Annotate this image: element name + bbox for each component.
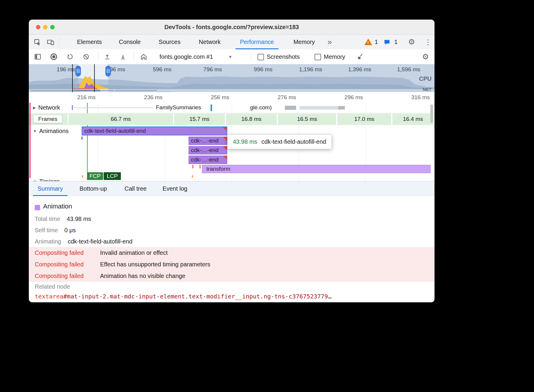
net-track-label: NET [423,87,432,92]
disclosure-expanded-icon: ▼ [33,129,37,133]
overview-time-label: 1,196 ms [299,66,322,73]
clear-recording-icon[interactable] [83,53,90,60]
memory-checkbox[interactable] [315,54,321,60]
memory-checkbox-label[interactable]: Memory [324,49,345,64]
frames-track-header: Frames [34,115,62,123]
track-selection-indicator [29,103,31,178]
timing-tick [82,175,83,178]
fcp-marker-badge[interactable]: FCP [87,172,103,180]
selection-handle-left[interactable] [75,66,81,76]
ruler-label: 216 ms [60,94,96,101]
desktop-background: { "window": { "title": "DevTools - fonts… [0,0,534,392]
overview-marker-line [94,64,95,92]
tab-performance[interactable]: Performance [233,35,281,49]
issues-chat-icon[interactable] [383,39,391,46]
overview-time-label: 996 ms [254,66,272,73]
device-toolbar-icon[interactable] [47,38,54,46]
tab-bottom-up[interactable]: Bottom-up [76,181,111,196]
load-profile-icon[interactable] [104,53,111,60]
garbage-collect-broom-icon[interactable] [357,53,364,61]
related-node-selector[interactable]: textarea#mat-input-2.mat-mdc-input-eleme… [35,293,331,300]
total-time-value: 43.98 ms [67,215,91,223]
transform-animation-bar[interactable]: transform [202,165,431,173]
lcp-marker-badge[interactable]: LCP [104,172,121,180]
warning-icon[interactable]: ! [364,39,372,46]
toolbar-divider [134,52,134,61]
history-dropdown[interactable]: fonts.google.com #1 ▼ [159,49,232,64]
network-request-bar[interactable] [300,106,344,110]
overview-time-label: 1,596 ms [397,66,420,73]
disclosure-expanded-icon: ▼ [33,179,37,181]
frame-duration: 17.0 ms [337,113,391,125]
record-icon[interactable] [50,53,57,60]
compositing-warning-row: Compositing failed Animation has no visi… [29,270,435,282]
tab-memory[interactable]: Memory [288,35,320,49]
kebab-menu-icon[interactable]: ⋮ [424,35,432,49]
save-profile-icon[interactable] [119,53,127,60]
track-divider [29,113,435,113]
network-request-bar[interactable] [285,106,296,110]
compositing-warning-row: Compositing failed Effect has unsupporte… [29,259,435,270]
compositing-warning-row: Compositing failed Invalid animation or … [29,247,435,259]
network-request-hairline[interactable] [73,108,154,108]
frame-duration: 66.7 ms [69,113,173,125]
network-request-bar[interactable] [72,105,73,110]
network-track-header[interactable]: ▶Network [33,104,60,111]
ruler-label: 296 ms [327,94,363,101]
frame-duration: 16.8 ms [226,113,277,125]
network-request-bar[interactable] [211,105,212,111]
tab-event-log[interactable]: Event log [160,181,190,196]
tooltip-name: cdk-text-field-autofill-end [261,138,326,145]
animation-bar-selected[interactable]: cdk-text-field-autofill-end [82,127,227,135]
node-tag: textarea [35,293,63,300]
animating-value: cdk-text-field-autofill-end [68,238,132,245]
screenshots-checkbox-label[interactable]: Screenshots [267,49,300,64]
tab-call-tree[interactable]: Call tree [122,181,149,196]
animation-bar[interactable]: cdk-…-end [189,156,227,164]
overview-time-label: 596 ms [153,66,171,73]
record-dot [52,55,55,58]
animation-tick [192,165,193,168]
tab-network[interactable]: Network [195,35,225,49]
animation-tick [200,165,200,168]
animation-bar[interactable]: cdk-…-end [189,137,227,145]
ruler-label: 256 ms [194,94,229,101]
issues-count[interactable]: 1 [393,35,399,49]
network-request-label[interactable]: gle.com) [250,104,272,111]
node-classes: #mat-input-2.mat-mdc-input-element.text-… [63,293,328,300]
animations-track-header[interactable]: ▼Animations [33,128,69,135]
vertical-scrollbar-thumb[interactable] [430,105,433,123]
animation-bar[interactable]: cdk-…-end [189,146,227,154]
home-icon[interactable] [140,53,148,61]
compositing-failed-flag-icon [223,146,227,150]
animating-label: Animating [35,238,61,245]
cpu-track-label: CPU [419,75,432,82]
tab-summary[interactable]: Summary [35,181,66,196]
network-request-bar[interactable] [338,106,345,110]
selection-handle-right[interactable] [105,66,111,76]
compositing-failed-flag-icon [223,156,227,160]
tab-elements[interactable]: Elements [73,35,105,49]
self-time-label: Self time [35,226,58,234]
more-tabs-chevron-icon[interactable]: » [324,35,335,49]
settings-gear-icon[interactable]: ⚙ [407,35,417,49]
disclosure-collapsed-icon: ▶ [33,105,36,110]
inspect-element-icon[interactable] [34,38,41,46]
compositing-failed-flag-icon [223,127,227,131]
capture-settings-gear-icon[interactable]: ⚙ [422,49,429,64]
timeline-overview[interactable]: 196 ms 396 ms 596 ms 796 ms 996 ms 1,196… [29,64,435,92]
screenshots-checkbox[interactable] [257,54,264,60]
devtools-tabbar: Elements Console Sources Network Perform… [29,35,435,50]
overview-time-label: 796 ms [203,66,222,73]
warning-count[interactable]: 1 [373,35,379,49]
ruler-label: 276 ms [260,94,296,101]
toggle-sidebar-icon[interactable] [34,53,42,61]
ruler-label: 236 ms [127,94,162,101]
tab-console[interactable]: Console [115,35,145,49]
reload-record-icon[interactable] [67,53,74,60]
frame-duration: 15.7 ms [174,113,225,125]
animation-tooltip: 43.98 ms cdk-text-field-autofill-end [227,135,332,149]
tab-sources[interactable]: Sources [155,35,184,49]
toolbar-divider [59,38,59,47]
network-request-label[interactable]: FamilySummaries [156,104,201,111]
